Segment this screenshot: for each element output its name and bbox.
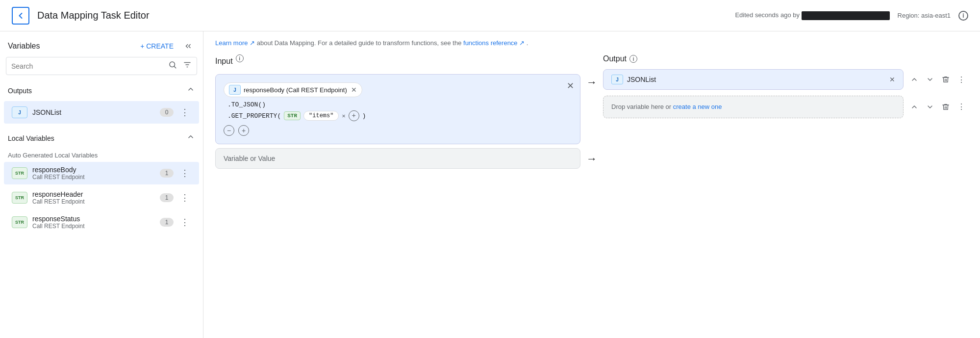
input-col: Input i J responseBody (Call REST Endpoi… xyxy=(215,54,580,169)
response-body-item[interactable]: STR responseBody Call REST Endpoint 1 ⋮ xyxy=(4,162,199,184)
prop-close-icon[interactable]: ✕ xyxy=(342,112,345,120)
search-input[interactable] xyxy=(11,62,164,70)
output-more-icon[interactable]: ⋮ xyxy=(955,73,968,86)
arrow-right-1: → xyxy=(586,76,597,89)
get-property-prefix: .GET_PROPERTY( xyxy=(227,112,281,120)
outputs-label: Outputs xyxy=(8,87,32,95)
responsebody-source: Call REST Endpoint xyxy=(32,174,155,181)
outputs-section-header[interactable]: Outputs xyxy=(0,81,203,100)
search-bar xyxy=(6,57,197,75)
output-label: Output i xyxy=(603,54,968,63)
local-variables-chevron-icon xyxy=(186,132,195,144)
responseheader-count: 1 xyxy=(160,193,174,202)
drop-row-actions: ⋮ xyxy=(907,100,968,114)
output-info-icon[interactable]: i xyxy=(629,55,637,63)
output-chip-label: JSONList xyxy=(627,76,656,83)
header: Data Mapping Task Editor Edited seconds … xyxy=(0,0,980,31)
sidebar: Variables + CREATE xyxy=(0,31,203,338)
expression-chip[interactable]: J responseBody (Call REST Endpoint) ✕ xyxy=(224,82,362,97)
local-variables-section-header[interactable]: Local Variables xyxy=(0,129,203,148)
learn-more-link[interactable]: Learn more ↗ xyxy=(215,39,255,47)
jsonlist-count: 0 xyxy=(160,108,174,117)
expression-close-icon[interactable]: ✕ xyxy=(567,80,574,91)
to-json-line: .TO_JSON() xyxy=(227,101,572,108)
input-info-icon[interactable]: i xyxy=(236,54,244,62)
svg-line-1 xyxy=(174,66,176,68)
outputs-chevron-icon xyxy=(186,85,195,96)
responsestatus-more-icon[interactable]: ⋮ xyxy=(178,215,191,230)
chip-close-icon[interactable]: ✕ xyxy=(351,86,357,94)
chip-label: responseBody (Call REST Endpoint) xyxy=(244,86,347,94)
output-row-1: J JSONList ✕ xyxy=(603,69,968,90)
string-value[interactable]: "items" xyxy=(303,111,339,121)
delete-output-icon[interactable] xyxy=(939,73,953,86)
responseheader-source: Call REST Endpoint xyxy=(32,198,155,205)
responseheader-more-icon[interactable]: ⋮ xyxy=(178,190,191,205)
responsestatus-source: Call REST Endpoint xyxy=(32,223,155,230)
add-expr-icon[interactable]: + xyxy=(238,125,249,136)
local-variables-label: Local Variables xyxy=(8,134,54,142)
remove-expr-icon[interactable]: − xyxy=(224,125,234,136)
mapping-row-1: Input i J responseBody (Call REST Endpoi… xyxy=(215,54,968,169)
output-chip-close-icon[interactable]: ✕ xyxy=(889,76,895,83)
create-button[interactable]: + CREATE xyxy=(136,40,177,52)
variable-placeholder: Variable or Value xyxy=(224,155,275,162)
redacted-username xyxy=(802,11,890,20)
output-chip-jsonlist[interactable]: J JSONList ✕ xyxy=(603,69,904,90)
variable-or-value-input[interactable]: Variable or Value xyxy=(215,148,580,169)
get-property-line: .GET_PROPERTY( STR "items" ✕ + ) xyxy=(227,110,572,121)
drop-target-area[interactable]: Drop variable here or create a new one xyxy=(603,96,904,118)
str-badge-responsebody: STR xyxy=(12,167,27,179)
collapse-icon[interactable] xyxy=(181,39,195,53)
expression-top: J responseBody (Call REST Endpoint) ✕ ✕ xyxy=(224,82,572,97)
create-new-link[interactable]: create a new one xyxy=(673,103,722,110)
info-icon[interactable]: i xyxy=(958,11,968,21)
expression-controls: − + xyxy=(224,125,572,136)
jsonlist-name: JSONList xyxy=(32,108,61,116)
str-chip: STR xyxy=(284,111,301,120)
search-icon xyxy=(168,60,177,72)
move-up-icon[interactable] xyxy=(907,73,921,86)
drop-more-icon[interactable]: ⋮ xyxy=(955,100,968,114)
responseheader-name: responseHeader xyxy=(32,190,155,198)
info-bar: Learn more ↗ about Data Mapping. For a d… xyxy=(215,39,968,47)
filter-icon[interactable] xyxy=(183,60,192,72)
sidebar-header: Variables + CREATE xyxy=(0,31,203,57)
sidebar-title: Variables xyxy=(8,42,40,51)
response-status-item[interactable]: STR responseStatus Call REST Endpoint 1 … xyxy=(4,211,199,234)
add-arg-icon[interactable]: + xyxy=(349,110,359,121)
drop-move-up-icon[interactable] xyxy=(907,100,921,114)
svg-point-0 xyxy=(170,62,175,67)
drop-move-down-icon[interactable] xyxy=(923,100,937,114)
chip-type-badge: J xyxy=(229,85,241,95)
responsestatus-count: 1 xyxy=(160,218,174,227)
jsonlist-more-icon[interactable]: ⋮ xyxy=(178,105,191,120)
drop-delete-icon[interactable] xyxy=(939,100,953,114)
type-badge-j: J xyxy=(12,106,27,118)
main-layout: Variables + CREATE xyxy=(0,31,980,338)
responsebody-more-icon[interactable]: ⋮ xyxy=(178,166,191,181)
input-label: Input i xyxy=(215,54,580,68)
str-badge-responseheader: STR xyxy=(12,192,27,204)
responsestatus-name: responseStatus xyxy=(32,215,155,223)
content-area: Learn more ↗ about Data Mapping. For a d… xyxy=(203,31,980,338)
responsebody-info: responseBody Call REST Endpoint xyxy=(32,166,155,181)
header-right: Edited seconds ago by Region: asia-east1… xyxy=(735,11,968,21)
drop-row: Drop variable here or create a new one xyxy=(603,96,968,118)
jsonlist-variable-item[interactable]: J JSONList 0 ⋮ xyxy=(4,101,199,124)
output-actions: ⋮ xyxy=(907,73,968,86)
page-title: Data Mapping Task Editor xyxy=(37,10,735,21)
auto-gen-label: Auto Generated Local Variables xyxy=(0,148,203,161)
responsebody-name: responseBody xyxy=(32,166,155,174)
region-label: Region: asia-east1 xyxy=(898,12,951,19)
move-down-icon[interactable] xyxy=(923,73,937,86)
response-header-item[interactable]: STR responseHeader Call REST Endpoint 1 … xyxy=(4,186,199,209)
arrows-col: → → xyxy=(580,54,603,165)
functions-reference-link[interactable]: functions reference ↗ xyxy=(463,39,525,47)
back-button[interactable] xyxy=(12,7,29,25)
responsebody-count: 1 xyxy=(160,169,174,178)
responsestatus-info: responseStatus Call REST Endpoint xyxy=(32,215,155,230)
drop-text: Drop variable here or xyxy=(611,103,673,110)
output-type-badge: J xyxy=(611,75,623,84)
edited-text: Edited seconds ago by xyxy=(735,11,889,20)
